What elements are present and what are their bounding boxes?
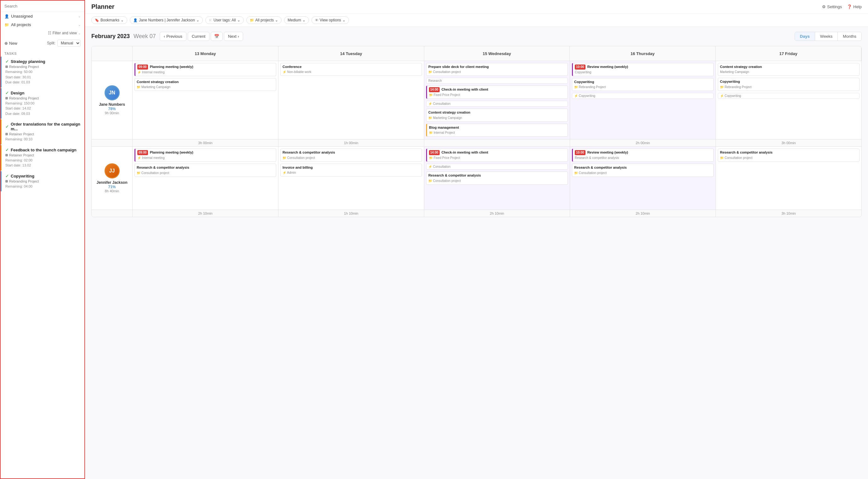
event-header: 09:00 Planning meeting (weekly)	[137, 65, 274, 70]
settings-button[interactable]: ⚙ Settings	[822, 4, 842, 9]
event-card[interactable]: Invoice and billing ⚡ Admin	[280, 164, 422, 177]
event-sub: 📁 Consultation project	[428, 70, 566, 74]
event-sub: ⚡ Internal meeting	[137, 156, 274, 160]
event-card[interactable]: 10:00 Review meeting (weekly) Copywritin…	[572, 63, 714, 76]
next-button[interactable]: Next ›	[224, 32, 243, 41]
event-sub: Research & competitor analysis	[575, 156, 711, 160]
event-card[interactable]: Research & competitor analysis 📁 Consult…	[134, 164, 276, 177]
task-name[interactable]: Feedback to the launch campaign	[11, 147, 76, 152]
event-sub-card[interactable]: ⚡ Consultation	[426, 101, 568, 107]
allprojects-chip[interactable]: 📁 All projects ⌄	[246, 16, 282, 24]
new-button[interactable]: ⊕ New	[4, 41, 17, 46]
resource-percent: 78%	[108, 107, 116, 111]
event-card[interactable]: 14:00 Check-in meeting with client 📁 Fix…	[426, 85, 568, 99]
task-remaining: Remaining: 02:00	[5, 158, 81, 163]
medium-chip[interactable]: Medium ⌄	[284, 16, 309, 24]
project-name: Retainer Project	[9, 153, 34, 157]
task-name[interactable]: Order translations for the campaign m...	[11, 122, 81, 131]
project-dot	[5, 65, 8, 68]
event-sub: 📁 Rebranding Project	[720, 85, 857, 90]
sidebar-item-allprojects[interactable]: 📁 All projects ⌄	[1, 21, 84, 29]
calendar-header-row: 13 Monday14 Tuesday15 Wednesday16 Thursd…	[92, 46, 861, 61]
current-button[interactable]: Current	[188, 32, 210, 41]
event-card[interactable]: 09:00 Planning meeting (weekly) ⚡ Intern…	[134, 63, 276, 76]
event-sub-card[interactable]: Research	[426, 78, 568, 84]
event-title: Copywriting	[574, 80, 711, 84]
gear-icon: ⚙	[822, 4, 826, 9]
tab-months[interactable]: Months	[838, 32, 861, 41]
event-title: Prepare slide deck for client meeting	[428, 65, 566, 69]
task-project: Retainer Project	[5, 153, 81, 157]
help-button[interactable]: ❓ Help	[847, 4, 862, 9]
event-card[interactable]: Research & competitor analysis 📁 Consult…	[280, 148, 422, 162]
task-title: ✓ Copywriting	[5, 174, 81, 178]
usertags-chip[interactable]: ⛌ User tags: All ⌄	[205, 16, 244, 24]
time-badge: 10:00	[575, 150, 586, 155]
search-box[interactable]	[1, 1, 84, 12]
event-card[interactable]: Copywriting 📁 Rebranding Project	[572, 78, 714, 91]
event-card[interactable]: Content strategy creation 📁 Marketing Ca…	[134, 78, 276, 91]
cal-nav-left: February 2023 Week 07 ‹ Previous Current…	[91, 32, 243, 41]
task-name[interactable]: Strategy planning	[11, 59, 45, 64]
event-sub: 📁 Marketing Campaign	[137, 85, 274, 90]
resource-name: Jane Numbers	[99, 102, 125, 107]
filter-icon: ☷	[48, 31, 51, 35]
resource-footer-1	[92, 210, 133, 217]
event-card[interactable]: Research & competitor analysis 📁 Consult…	[718, 148, 860, 162]
split-select[interactable]: Manual	[57, 40, 81, 46]
resource-name: Jennifer Jackson	[96, 180, 127, 185]
event-card[interactable]: Copywriting 📁 Rebranding Project	[718, 78, 860, 91]
filter-view-row[interactable]: ☷ Filter and view ⌄	[1, 29, 84, 37]
task-remaining: Remaining: 00:10	[5, 137, 81, 142]
event-card[interactable]: Conference ⚡ Non-billable work	[280, 63, 422, 76]
task-item: ✓ Order translations for the campaign m.…	[1, 119, 84, 144]
footer-row-1: 2h 10min1h 10min2h 10min2h 10min3h 10min	[92, 210, 861, 217]
time-badge: 14:00	[429, 87, 440, 92]
event-card[interactable]: 09:00 Planning meeting (weekly) ⚡ Intern…	[134, 148, 276, 162]
event-card[interactable]: Blog management 📁 Internal Project	[426, 124, 568, 137]
chevron-icon2: ⌄	[78, 23, 81, 27]
event-sub: 📁 Consultation project	[428, 179, 566, 183]
event-sub: 📁 Consultation project	[720, 156, 857, 160]
project-dot	[5, 180, 8, 182]
user-chip[interactable]: 👤 Jane Numbers | Jennifer Jackson ⌄	[130, 16, 203, 24]
event-card[interactable]: 10:00 Review meeting (weekly) Research &…	[572, 148, 714, 162]
user-icon: 👤	[4, 14, 9, 19]
event-card[interactable]: Research & competitor analysis 📁 Consult…	[426, 172, 568, 184]
event-sub-card[interactable]: ⚡ Copywriting	[718, 93, 860, 99]
calendar-icon-button[interactable]: 📅	[211, 32, 223, 41]
calendar-grid: 13 Monday14 Tuesday15 Wednesday16 Thursd…	[91, 46, 862, 217]
event-card[interactable]: Prepare slide deck for client meeting 📁 …	[426, 63, 568, 76]
cell-r1-d0: 09:00 Planning meeting (weekly) ⚡ Intern…	[133, 147, 278, 210]
event-card[interactable]: 14:00 Check-in meeting with client 📁 Fix…	[426, 148, 568, 162]
event-sub-card[interactable]: ⚡ Consultation	[426, 164, 568, 170]
footer-cell-r0-d3: 2h 00min	[570, 139, 716, 146]
check-icon: ✓	[5, 59, 9, 64]
cal-week: Week 07	[133, 33, 156, 40]
event-card[interactable]: Content strategy creation 📁 Marketing Ca…	[426, 109, 568, 122]
task-name[interactable]: Copywriting	[11, 174, 34, 178]
footer-cell-r1-d4: 3h 10min	[716, 210, 861, 217]
tab-days[interactable]: Days	[795, 32, 815, 41]
event-sub: 📁 Marketing Campaign	[428, 116, 566, 120]
resource-row-1: JJ Jennifer Jackson 71% 8h 40min 09:00 P…	[92, 147, 861, 210]
viewoptions-chip[interactable]: 👁 View options ⌄	[311, 16, 349, 24]
tab-weeks[interactable]: Weeks	[815, 32, 838, 41]
event-title: Invoice and billing	[282, 165, 420, 170]
task-name[interactable]: Design	[11, 91, 24, 95]
bookmarks-chip[interactable]: 🔖 Bookmarks ⌄	[91, 16, 127, 24]
footer-cell-r1-d1: 1h 10min	[278, 210, 424, 217]
task-start: Start date: 14.02	[5, 106, 81, 111]
event-card[interactable]: Content strategy creation Marketing Camp…	[718, 63, 860, 76]
search-input[interactable]	[4, 4, 81, 8]
previous-button[interactable]: ‹ Previous	[160, 32, 186, 41]
event-sub-card[interactable]: ⚡ Copywriting	[572, 93, 714, 99]
task-title: ✓ Design	[5, 91, 81, 95]
task-project: Rebranding Project	[5, 179, 81, 183]
event-card[interactable]: Research & competitor analysis 📁 Consult…	[572, 164, 714, 177]
sidebar-item-unassigned[interactable]: 👤 Unassigned ⌄	[1, 12, 84, 21]
event-sub: 📁 Internal Project	[429, 131, 566, 135]
task-title: ✓ Order translations for the campaign m.…	[5, 122, 81, 131]
split-control: Split: Manual	[47, 40, 81, 46]
check-icon: ✓	[5, 91, 9, 95]
